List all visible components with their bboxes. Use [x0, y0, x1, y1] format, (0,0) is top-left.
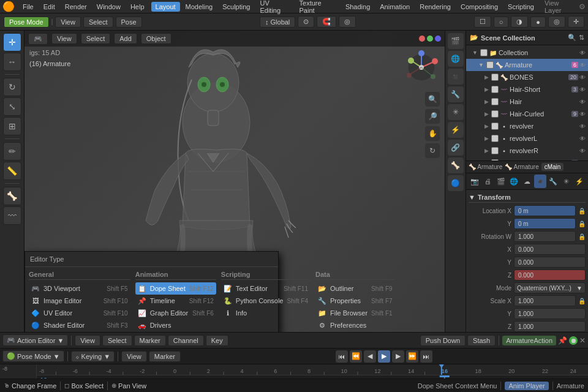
rt-scene-btn[interactable]: 🎬	[448, 33, 464, 49]
editor-compositor[interactable]: 🔗CompositorShift F3	[29, 331, 130, 332]
editor-file-browser[interactable]: 📁File BrowserShift F1	[315, 307, 395, 319]
editor-timeline[interactable]: 📌TimelineShift F12	[135, 295, 216, 307]
rt-object-btn[interactable]: ◾	[448, 69, 464, 85]
workspace-animation[interactable]: Animation	[375, 2, 414, 12]
pose-mode-btn[interactable]: Pose Mode	[4, 17, 49, 28]
workspace-shading[interactable]: Shading	[341, 2, 374, 12]
armature2-ctx-btn[interactable]: 🦴 Armature	[505, 164, 538, 170]
scale-x-lock[interactable]: 🔒	[578, 298, 586, 304]
mode-select[interactable]: Quaternion (WXY...) ▼	[514, 282, 586, 293]
timeline-ruler[interactable]: -8 -6 -4 -2 0 2 4 6 8 10 12 14 16 18 20 …	[37, 364, 588, 375]
outliner-armature[interactable]: ▼ 🦴 Armature 6 👁	[466, 59, 588, 71]
editor-nla[interactable]: 🎞Nonlinear Animation	[135, 331, 216, 332]
menu-help[interactable]: Help	[126, 2, 149, 12]
editor-graph[interactable]: 📈Graph EditorShift F6	[135, 307, 216, 319]
select-menu-btn[interactable]: Select	[83, 17, 113, 28]
pivot-btn[interactable]: ⊙	[298, 16, 314, 28]
rt-data-btn[interactable]: 🦴	[448, 157, 464, 173]
render-props-btn[interactable]: 📷	[469, 175, 480, 188]
scale-x-value[interactable]: 1.000	[514, 295, 576, 306]
location-x-value[interactable]: 0 m	[514, 205, 576, 216]
revolver-eye[interactable]: 👁	[579, 123, 586, 130]
workspace-rendering[interactable]: Rendering	[415, 2, 455, 12]
scale-z-value[interactable]: 1.000	[514, 321, 586, 332]
prev-frame-btn[interactable]: ◀	[364, 350, 376, 363]
editor-image[interactable]: 🖼Image EditorShift F10	[29, 295, 130, 307]
pose-mode-dropdown[interactable]: 🟢 Pose Mode ▼	[2, 350, 64, 362]
view-layer-props-btn[interactable]: 🎬	[495, 175, 507, 188]
rt-material-btn[interactable]: 🔵	[448, 175, 464, 191]
output-props-btn[interactable]: 🖨	[481, 175, 493, 188]
anim-player-label[interactable]: Anim Player	[505, 382, 548, 390]
annotate-tool[interactable]: ✏	[3, 142, 21, 160]
editor-info[interactable]: ℹInfo	[221, 307, 311, 319]
menu-window[interactable]: Window	[92, 2, 125, 12]
stash-btn[interactable]: Stash	[467, 335, 496, 346]
filter-icon[interactable]: 🔍	[568, 34, 576, 42]
menu-file[interactable]: File	[18, 2, 38, 12]
revolver-l-eye[interactable]: 👁	[579, 135, 586, 142]
hair-short-eye[interactable]: 👁	[579, 86, 586, 93]
workspace-sculpting[interactable]: Sculpting	[218, 2, 254, 12]
editor-text[interactable]: 📝Text EditorShift F11	[221, 282, 311, 295]
modifier-props-btn[interactable]: 🔧	[548, 175, 559, 188]
world-props-btn[interactable]: ☁	[521, 175, 533, 188]
scale-tool[interactable]: ⤡	[3, 97, 21, 116]
sort-icon[interactable]: ⇅	[579, 34, 584, 42]
change-frame-status[interactable]: 🖱 Change Frame	[4, 382, 56, 390]
editor-outliner[interactable]: 📂OutlinerShift F9	[315, 282, 395, 295]
measure-tool[interactable]: 📏	[3, 162, 21, 180]
outliner-hair[interactable]: ▶ 〰 Hair 👁	[466, 96, 588, 108]
action-name-btn[interactable]: ArmatureAction	[502, 336, 556, 345]
rt-constraints-btn[interactable]: 🔗	[448, 140, 464, 156]
hair-curled-checkbox[interactable]	[491, 110, 499, 118]
outliner-bones[interactable]: ▶ 🦴 BONES 20 👁	[466, 71, 588, 83]
scene-props-btn[interactable]: 🌐	[508, 175, 519, 188]
vp-view-btn[interactable]: View	[51, 33, 77, 44]
view-menu-btn[interactable]: View	[55, 17, 81, 28]
object-props-btn[interactable]: ◾	[534, 175, 546, 188]
rt-particles-btn[interactable]: ✳	[448, 104, 464, 120]
viewport-shading-solid[interactable]: ○	[494, 17, 509, 28]
box-select-status[interactable]: ◻ Box Select	[64, 382, 104, 390]
workspace-scripting[interactable]: Scripting	[503, 2, 538, 12]
rotation-z-value[interactable]: 0.000	[514, 270, 586, 281]
rotation-x-value[interactable]: 0.000	[514, 244, 586, 255]
editor-uv[interactable]: 🔷UV EditorShift F10	[29, 307, 130, 319]
xray-btn[interactable]: ☐	[474, 16, 491, 28]
bb-key-btn[interactable]: Key	[206, 335, 228, 346]
scale-y-value[interactable]: 1.000	[514, 308, 586, 319]
rotate-tool[interactable]: ↻	[3, 78, 21, 96]
bb-marker-btn[interactable]: Marker	[134, 335, 166, 346]
zoom-out-btn[interactable]: 🔎	[425, 109, 440, 124]
hair-checkbox[interactable]	[491, 98, 499, 105]
pose-tool[interactable]: 🦴	[3, 187, 21, 205]
keying-dropdown[interactable]: ⬦ Keying ▼	[71, 351, 115, 362]
tl-view-btn[interactable]: View	[121, 351, 147, 362]
outliner-collection[interactable]: ▼ 📁 Collection 👁	[466, 47, 588, 59]
move-tool[interactable]: ↔	[3, 53, 21, 71]
action-close-btn[interactable]: ✕	[579, 336, 586, 345]
workspace-layout[interactable]: Layout	[151, 2, 180, 12]
outliner-revolver[interactable]: ▶ ▪ revolver 👁	[466, 120, 588, 132]
pose-menu-btn[interactable]: Pose	[116, 17, 142, 28]
outliner-icon-btn[interactable]: 📂	[470, 34, 478, 42]
action-record-btn[interactable]: ⏺	[569, 336, 578, 345]
armature-checkbox[interactable]	[486, 61, 494, 69]
bb-select-btn[interactable]: Select	[102, 335, 132, 346]
zoom-in-btn[interactable]: 🔍	[425, 92, 440, 107]
vp-add-btn[interactable]: Add	[114, 33, 137, 44]
outliner-revolver-l[interactable]: ▶ ▪ revolverL 👁	[466, 132, 588, 145]
jump-end-btn[interactable]: ⏭	[420, 350, 432, 363]
vp-object-btn[interactable]: Object	[141, 33, 172, 44]
outliner-hair-curled[interactable]: ▶ 〰 Hair-Curled 9 👁	[466, 108, 588, 120]
editor-type-btn[interactable]: 🎮	[28, 33, 48, 45]
menu-render[interactable]: Render	[61, 2, 91, 12]
revolver-r-checkbox[interactable]	[491, 147, 499, 154]
menu-edit[interactable]: Edit	[39, 2, 59, 12]
viewport-gizmo[interactable]: X Y Z	[403, 49, 440, 86]
settings-icon[interactable]: ⚙	[579, 2, 586, 11]
physics-props-btn[interactable]: ⚡	[574, 175, 586, 188]
revolver-r-eye[interactable]: 👁	[579, 148, 586, 154]
revolver-checkbox[interactable]	[491, 123, 499, 130]
